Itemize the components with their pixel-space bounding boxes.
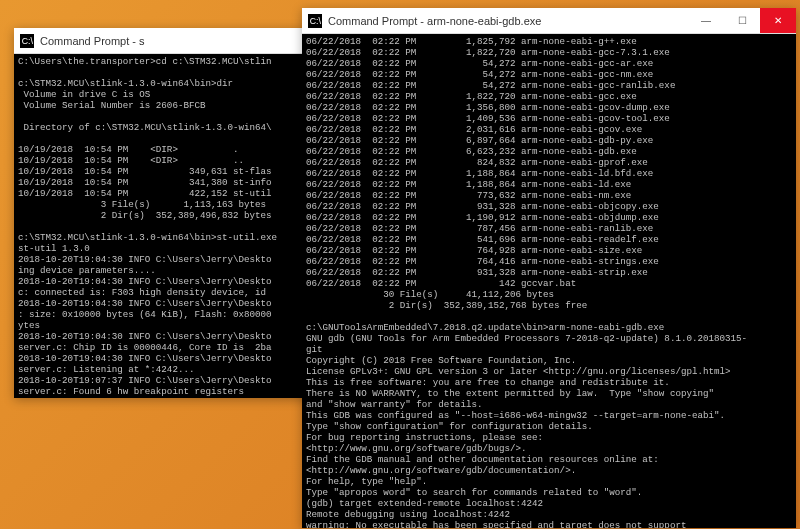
cmd-icon: C:\ [308,14,322,28]
svg-text:C:\: C:\ [310,15,322,25]
titlebar-2[interactable]: C:\ Command Prompt - arm-none-eabi-gdb.e… [302,8,796,34]
svg-text:C:\: C:\ [22,35,34,45]
window-title: Command Prompt - arm-none-eabi-gdb.exe [328,15,688,27]
minimize-button[interactable]: — [688,8,724,33]
close-button[interactable]: ✕ [760,8,796,33]
command-prompt-window-2[interactable]: C:\ Command Prompt - arm-none-eabi-gdb.e… [302,8,796,528]
maximize-button[interactable]: ☐ [724,8,760,33]
window-controls: — ☐ ✕ [688,8,796,33]
cmd-icon: C:\ [20,34,34,48]
terminal-output-2[interactable]: 06/22/2018 02:22 PM 1,825,792 arm-none-e… [302,34,796,528]
